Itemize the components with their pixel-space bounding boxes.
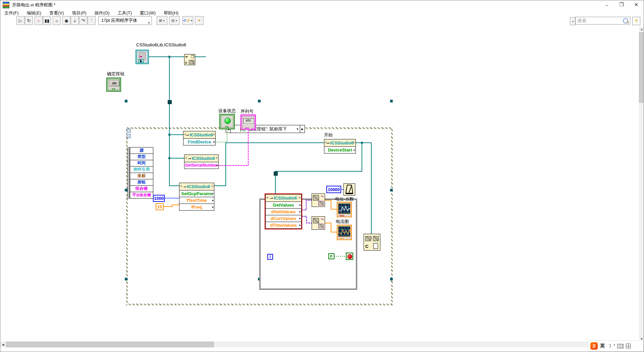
param-dvoltvalues[interactable]: dVoltValues: [266, 209, 301, 215]
selection-handle-bl[interactable]: [125, 278, 127, 280]
scroll-left-arrow[interactable]: ◀: [0, 342, 6, 347]
menu-file[interactable]: 文件(F): [0, 10, 23, 16]
loop-iteration-terminal[interactable]: i: [267, 254, 273, 260]
method-getserialnumber[interactable]: GetSerialNumber: [184, 162, 218, 169]
restore-button[interactable]: ❐: [614, 0, 629, 9]
invoke-node-getvalues[interactable]: ⇀ICSStudio6 GetValues dVoltValues dCurrV…: [265, 194, 302, 229]
horizontal-scrollbar[interactable]: ◀ ▶: [0, 342, 639, 347]
distribute-objects-dropdown[interactable]: ⊟▼: [169, 16, 180, 25]
ime-language-indicator[interactable]: 英: [600, 343, 605, 349]
close-button[interactable]: ✕: [629, 0, 644, 9]
menu-tools[interactable]: 工具(T): [113, 10, 136, 16]
ime-moon-icon[interactable]: ☽: [607, 343, 611, 349]
event-data-platmods[interactable]: 平台组合键: [130, 192, 153, 199]
selection-handle-ml[interactable]: [125, 189, 127, 191]
scroll-up-arrow[interactable]: ▲: [639, 27, 644, 32]
ime-toolbox-icon[interactable]: [626, 344, 631, 348]
param-ftesttime[interactable]: fTestTime: [179, 197, 214, 204]
selection-handle-tr[interactable]: [390, 100, 393, 102]
loop-condition-terminal[interactable]: [346, 253, 353, 260]
dotnet-class-constant[interactable]: ➨ ▙: [136, 50, 149, 64]
step-over-button[interactable]: ↷: [79, 16, 87, 25]
event-dropdown-arrow[interactable]: ▼: [296, 128, 299, 131]
selection-handle-mr[interactable]: [390, 189, 393, 191]
chart1-label: 电位-点数: [335, 196, 354, 202]
close-reference-node[interactable]: / C: [364, 234, 380, 251]
conversion-arrow-icon-2: ↷: [321, 217, 324, 222]
chart-terminal-voltage[interactable]: SGL: [337, 202, 352, 217]
net-array-conversion-node-1[interactable]: ↷: [312, 193, 325, 207]
event-data-coords[interactable]: 坐标: [130, 173, 153, 179]
minimize-button[interactable]: –: [599, 0, 614, 9]
false-constant[interactable]: F: [328, 253, 334, 259]
step-into-button[interactable]: ⇣: [71, 16, 79, 25]
abc-icon: abc: [243, 118, 254, 124]
pause-button[interactable]: ▮▮: [43, 16, 51, 25]
constant-1000[interactable]: 1000: [153, 195, 165, 202]
menu-help[interactable]: 帮助(H): [160, 10, 182, 16]
event-data-button[interactable]: 按钮: [130, 179, 153, 186]
clean-up-diagram-dropdown[interactable]: ⟲⟳▼: [182, 16, 193, 25]
invoke-node-devicestart[interactable]: ⇀ICSStudio6 DeviceStart: [324, 139, 356, 153]
highlight-execution-button[interactable]: ☼: [53, 16, 61, 25]
menu-window[interactable]: 窗口(W): [136, 10, 160, 16]
param-ffreq[interactable]: fFreq: [179, 204, 214, 210]
constant-10[interactable]: 10: [156, 203, 164, 210]
run-continuous-button[interactable]: ↻: [25, 16, 33, 25]
vertical-scrollbar[interactable]: ▲ ▼: [639, 27, 644, 342]
run-button[interactable]: ▷: [16, 16, 24, 25]
serial-number-terminal[interactable]: abc abc: [240, 115, 256, 130]
to-more-specific-node[interactable]: ➡ ❒ 0: [184, 54, 195, 65]
loop-border-tunnel[interactable]: [274, 172, 278, 176]
event-data-ctlref[interactable]: 控件引用: [130, 166, 153, 173]
device-status-label: 设备状态: [218, 108, 236, 114]
abort-button[interactable]: ●: [35, 16, 43, 25]
menu-operate[interactable]: 操作(O): [91, 10, 114, 16]
wait-until-next-ms-node[interactable]: [343, 183, 355, 195]
chart-terminal-current[interactable]: SGL: [337, 225, 352, 240]
event-data-mods[interactable]: 组合键: [130, 185, 153, 192]
ok-button-terminal[interactable]: OK TF: [106, 78, 121, 92]
retain-wire-values-button[interactable]: ◉: [62, 16, 70, 25]
net-array-conversion-node-2[interactable]: ↷: [312, 216, 325, 230]
align-objects-dropdown[interactable]: ⊞▼: [157, 16, 167, 25]
serial-number-label: 序列号: [240, 108, 254, 115]
vertical-scroll-thumb[interactable]: [639, 32, 644, 103]
event-data-source[interactable]: 源: [130, 147, 153, 154]
selection-handle-br[interactable]: [390, 278, 393, 280]
event-next-arrow[interactable]: ▶: [300, 125, 305, 133]
font-selector[interactable]: 17pt 应用程序字体▼: [98, 16, 152, 25]
device-status-terminal[interactable]: TF: [219, 114, 235, 129]
toolbar: ▷ ↻ ● ▮▮ ☼ ◉ ⇣ ↷ ⇡ 17pt 应用程序字体▼ ⊞▼ ⊟▼ ⟲⟳…: [0, 16, 644, 27]
menu-edit[interactable]: 编辑(E): [23, 10, 45, 16]
param-dcurrvalues[interactable]: dCurrValues: [266, 215, 301, 222]
method-finddevice[interactable]: FindDevice: [183, 139, 215, 145]
method-getvalues[interactable]: GetValues: [266, 202, 301, 209]
ime-punctuation-indicator[interactable]: ’: [614, 343, 615, 349]
ime-keyboard-icon[interactable]: [617, 344, 624, 348]
event-border-tunnel[interactable]: [168, 100, 172, 104]
invoke-node-finddevice[interactable]: ⇀ICSStudio6 FindDevice: [183, 131, 216, 145]
constant-10000[interactable]: 10000: [326, 186, 341, 193]
help-button[interactable]: ?: [632, 17, 640, 25]
method-devicestart[interactable]: DeviceStart: [324, 147, 356, 153]
method-setocpparams[interactable]: SetOcpParams: [179, 190, 214, 197]
search-input[interactable]: 搜索: [575, 17, 630, 25]
event-data-type[interactable]: 类型: [130, 153, 153, 160]
reorder-dropdown[interactable]: ✦: [195, 16, 204, 25]
param-dtimevalues[interactable]: dTimeValues: [266, 222, 301, 228]
event-data-node[interactable]: 源 类型 时间 控件引用 坐标 按钮 组合键 平台组合键: [130, 147, 153, 199]
block-diagram-canvas[interactable]: ◀ [1] "确定按钮": 鼠标按下 ▼ ▶: [0, 27, 639, 342]
search-expander-button[interactable]: ◂: [570, 17, 575, 25]
invoke-node-getserialnumber[interactable]: ⇀ICSStudio6 GetSerialNumber: [184, 155, 219, 169]
selection-handle-tm[interactable]: [258, 100, 261, 102]
step-out-button[interactable]: ⇡: [88, 16, 96, 25]
event-data-time[interactable]: 时间: [130, 160, 153, 167]
event-selector-label[interactable]: ◀ [1] "确定按钮": 鼠标按下 ▼ ▶: [226, 125, 305, 133]
menu-project[interactable]: 项目(P): [68, 10, 90, 16]
sogou-logo-icon[interactable]: S: [590, 342, 598, 350]
menu-view[interactable]: 查看(V): [45, 10, 68, 16]
horizontal-scroll-thumb[interactable]: [6, 342, 214, 347]
selection-handle-tl[interactable]: [125, 100, 127, 102]
invoke-node-setocpparams[interactable]: ⇀ICSStudio6 SetOcpParams fTestTime fFreq: [179, 183, 214, 211]
